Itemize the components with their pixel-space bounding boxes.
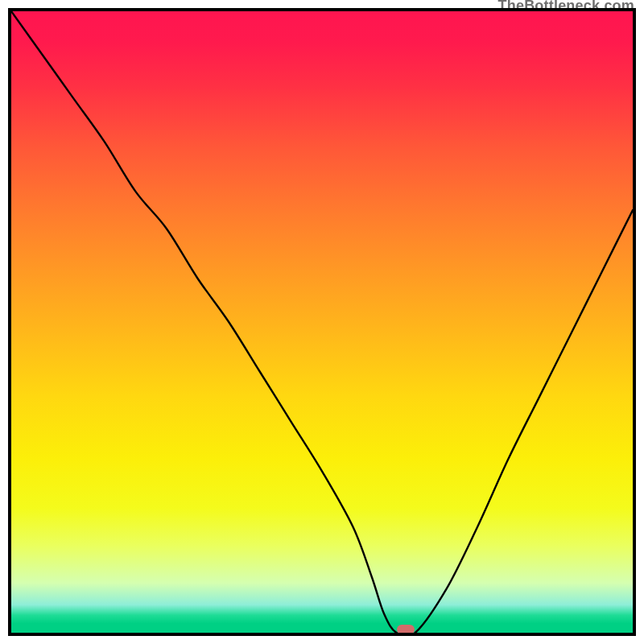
plot-area <box>8 8 636 636</box>
optimal-marker <box>397 625 415 634</box>
curve-layer <box>11 11 633 633</box>
bottleneck-curve-line <box>11 11 633 633</box>
bottleneck-chart: TheBottleneck.com <box>0 0 644 644</box>
